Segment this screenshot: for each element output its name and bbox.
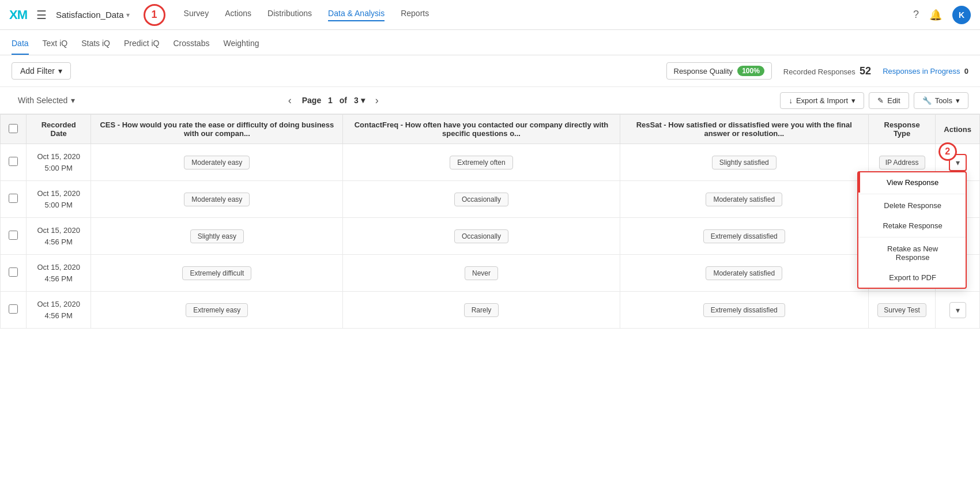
responses-in-progress-value: 0 xyxy=(964,67,968,76)
menu-item-delete-response[interactable]: Delete Response xyxy=(858,195,966,216)
nav-distributions[interactable]: Distributions xyxy=(267,9,312,21)
project-chevron-icon: ▾ xyxy=(126,11,130,19)
cell-ressat: Moderately satisfied xyxy=(620,181,868,218)
table-header-row: Recorded Date CES - How would you rate t… xyxy=(1,115,980,144)
page-indicator[interactable]: Page 1 of 3 ▾ xyxy=(302,96,365,105)
prev-page-button[interactable]: ‹ xyxy=(284,92,296,109)
cell-date: Oct 15, 20204:56 PM xyxy=(27,218,91,255)
cell-ces: Extremely easy xyxy=(91,292,343,329)
cell-contact-freq: Extremely often xyxy=(343,144,620,181)
row-checkbox[interactable] xyxy=(9,267,18,277)
notification-icon[interactable]: 🔔 xyxy=(929,9,942,21)
cell-ces: Slightly easy xyxy=(91,218,343,255)
step-badge-2: 2 xyxy=(938,142,957,161)
cell-ressat: Moderately satisfied xyxy=(620,255,868,292)
nav-actions[interactable]: Actions xyxy=(225,9,251,21)
top-nav: Survey Actions Distributions Data & Anal… xyxy=(184,9,429,21)
col-recorded-date: Recorded Date xyxy=(27,115,91,144)
help-icon[interactable]: ? xyxy=(913,9,919,21)
cell-ressat: Slightly satisfied xyxy=(620,144,868,181)
cell-date: Oct 15, 20204:56 PM xyxy=(27,292,91,329)
filter-chevron-icon: ▾ xyxy=(58,66,62,76)
cell-actions: ▾2View ResponseDelete ResponseRetake Res… xyxy=(936,144,980,181)
cell-contact-freq: Occasionally xyxy=(343,218,620,255)
tab-data[interactable]: Data xyxy=(12,39,29,55)
cell-actions: ▾ xyxy=(936,292,980,329)
tab-stats-iq[interactable]: Stats iQ xyxy=(81,39,110,55)
cell-date: Oct 15, 20204:56 PM xyxy=(27,255,91,292)
table-row: Oct 15, 20205:00 PMModerately easyOccasi… xyxy=(1,181,980,218)
menu-item-view-response[interactable]: View Response xyxy=(858,172,966,193)
add-filter-button[interactable]: Add Filter ▾ xyxy=(12,62,71,80)
avatar[interactable]: K xyxy=(952,6,971,24)
tab-weighting[interactable]: Weighting xyxy=(223,39,259,55)
with-selected-chevron-icon: ▾ xyxy=(71,96,75,105)
cell-contact-freq: Occasionally xyxy=(343,181,620,218)
top-right-actions: ? 🔔 K xyxy=(913,6,971,24)
toolbar-right: Response Quality 100% Recorded Responses… xyxy=(666,62,969,80)
table-row: Oct 15, 20204:56 PMSlightly easyOccasion… xyxy=(1,218,980,255)
pagination-row: With Selected ▾ ‹ Page 1 of 3 ▾ › ↓ Expo… xyxy=(0,87,980,114)
col-ressat: ResSat - How satisfied or dissatisfied w… xyxy=(620,115,868,144)
project-name[interactable]: Satisfaction_Data ▾ xyxy=(56,10,130,20)
nav-reports[interactable]: Reports xyxy=(401,9,429,21)
table-row: Oct 15, 20204:56 PMExtremely easyRarelyE… xyxy=(1,292,980,329)
pagination-controls: ‹ Page 1 of 3 ▾ › xyxy=(284,92,383,109)
export-chevron-icon: ▾ xyxy=(851,96,855,105)
actions-dropdown-button[interactable]: ▾ xyxy=(949,302,966,318)
hamburger-icon[interactable]: ☰ xyxy=(36,8,47,22)
cell-ressat: Extremely dissatisfied xyxy=(620,218,868,255)
total-pages: 3 xyxy=(354,96,359,105)
col-actions: Actions xyxy=(936,115,980,144)
cell-date: Oct 15, 20205:00 PM xyxy=(27,144,91,181)
recorded-responses-value: 52 xyxy=(860,65,871,77)
col-ces: CES - How would you rate the ease or dif… xyxy=(91,115,343,144)
responses-in-progress: Responses in Progress 0 xyxy=(883,67,968,76)
current-page: 1 xyxy=(328,96,333,105)
row-checkbox[interactable] xyxy=(9,304,18,314)
tab-text-iq[interactable]: Text iQ xyxy=(43,39,68,55)
cell-date: Oct 15, 20205:00 PM xyxy=(27,181,91,218)
row-checkbox[interactable] xyxy=(9,194,18,203)
table-container: Recorded Date CES - How would you rate t… xyxy=(0,114,980,329)
page-chevron-icon: ▾ xyxy=(361,96,365,105)
recorded-responses: Recorded Responses 52 xyxy=(783,65,871,77)
menu-item-retake-new[interactable]: Retake as New Response xyxy=(858,239,966,267)
cell-contact-freq: Rarely xyxy=(343,292,620,329)
xm-logo: XM xyxy=(9,7,27,22)
nav-survey[interactable]: Survey xyxy=(184,9,209,21)
menu-item-export-pdf[interactable]: Export to PDF xyxy=(858,267,966,288)
nav-data-analysis[interactable]: Data & Analysis xyxy=(328,9,385,21)
toolbar: Add Filter ▾ Response Quality 100% Recor… xyxy=(0,55,980,87)
tools-button[interactable]: 🔧 Tools ▾ xyxy=(914,92,968,109)
col-contact-freq: ContactFreq - How often have you contact… xyxy=(343,115,620,144)
top-bar: XM ☰ Satisfaction_Data ▾ 1 Survey Action… xyxy=(0,0,980,30)
response-quality-badge: Response Quality 100% xyxy=(666,62,772,80)
actions-menu: View ResponseDelete ResponseRetake Respo… xyxy=(857,171,967,289)
cell-ces: Moderately easy xyxy=(91,181,343,218)
select-all-checkbox[interactable] xyxy=(9,124,18,133)
tools-chevron-icon: ▾ xyxy=(956,96,960,105)
sub-tab-bar: Data Text iQ Stats iQ Predict iQ Crossta… xyxy=(0,30,980,55)
menu-item-retake-response[interactable]: Retake Response xyxy=(858,216,966,236)
of-label: of xyxy=(340,96,347,105)
response-quality-value: 100% xyxy=(737,66,764,76)
tab-predict-iq[interactable]: Predict iQ xyxy=(124,39,159,55)
cell-ces: Moderately easy xyxy=(91,144,343,181)
cell-ressat: Extremely dissatisfied xyxy=(620,292,868,329)
table-actions: ↓ Export & Import ▾ ✎ Edit 🔧 Tools ▾ xyxy=(780,92,968,109)
col-checkbox xyxy=(1,115,27,144)
download-icon: ↓ xyxy=(789,96,793,105)
data-table: Recorded Date CES - How would you rate t… xyxy=(0,114,980,329)
edit-button[interactable]: ✎ Edit xyxy=(869,92,909,109)
col-response-type: Response Type xyxy=(868,115,935,144)
cell-ces: Extremely difficult xyxy=(91,255,343,292)
with-selected-dropdown[interactable]: With Selected ▾ xyxy=(12,92,81,109)
cell-response-type: Survey Test xyxy=(868,292,935,329)
tab-crosstabs[interactable]: Crosstabs xyxy=(173,39,209,55)
next-page-button[interactable]: › xyxy=(371,92,383,109)
row-checkbox[interactable] xyxy=(9,157,18,166)
export-import-button[interactable]: ↓ Export & Import ▾ xyxy=(780,92,864,109)
row-checkbox[interactable] xyxy=(9,231,18,240)
wrench-icon: 🔧 xyxy=(922,96,932,105)
